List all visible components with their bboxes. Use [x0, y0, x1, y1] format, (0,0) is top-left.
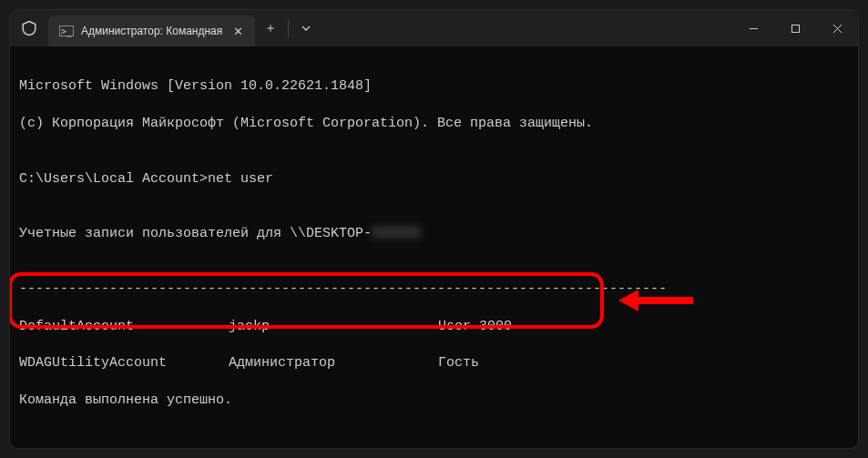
window-controls [732, 10, 858, 46]
titlebar: >_ Администратор: Командная ✕ ＋ [10, 10, 858, 46]
tab-strip: >_ Администратор: Командная ✕ ＋ [10, 10, 732, 46]
table-row: WDAGUtilityAccountАдминистраторГость [19, 354, 849, 372]
prompt-line: C:\Users\Local Account>net user [19, 170, 849, 188]
svg-rect-1 [791, 25, 799, 32]
output-line: Учетные записи пользователей для \\DESKT… [19, 225, 849, 243]
prompt: C:\Users\Local Account> [19, 171, 208, 187]
output-line: ----------------------------------------… [19, 280, 849, 299]
output-line: Microsoft Windows [Version 10.0.22621.18… [19, 77, 849, 96]
tab-title: Администратор: Командная [81, 25, 222, 37]
cmd-icon: >_ [59, 25, 74, 36]
app-icon[interactable] [10, 10, 48, 46]
table-row: DefaultAccountjackpUser-3000 [19, 318, 849, 336]
maximize-button[interactable] [774, 10, 816, 46]
new-tab-button[interactable]: ＋ [255, 10, 286, 46]
redacted-hostname: XXXXXX [372, 226, 421, 241]
command: net user [208, 171, 273, 187]
tab-active[interactable]: >_ Администратор: Командная ✕ [48, 15, 255, 46]
output-line: Команда выполнена успешно. [19, 392, 849, 410]
tab-close-button[interactable]: ✕ [230, 23, 246, 39]
minimize-button[interactable] [732, 10, 774, 46]
output-line: (c) Корпорация Майкрософт (Microsoft Cor… [19, 115, 849, 133]
divider [288, 19, 289, 37]
terminal-window: >_ Администратор: Командная ✕ ＋ Microsof… [9, 9, 859, 449]
terminal-output[interactable]: Microsoft Windows [Version 10.0.22621.18… [10, 46, 858, 448]
close-button[interactable] [816, 10, 858, 46]
tab-menu-button[interactable] [291, 10, 322, 46]
